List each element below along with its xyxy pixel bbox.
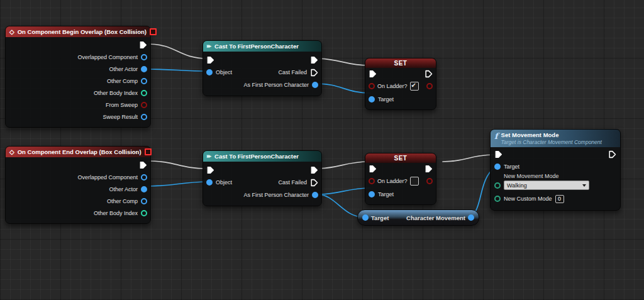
pin-label: Object [216,69,232,75]
node-cast-to-firstpersoncharacter-top[interactable]: ▸▸ Cast To FirstPersonCharacter Object C… [203,40,322,96]
new-custom-mode-pin[interactable] [494,196,501,202]
wire-exec-cast-set-top[interactable] [316,58,369,65]
as-first-person-character-pin[interactable] [312,192,318,198]
target-pin[interactable] [494,164,501,170]
event-delegate-icon[interactable] [150,28,157,35]
wire-asfpc-target-top[interactable] [318,84,370,93]
other-actor-pin[interactable] [141,186,147,192]
function-icon: f [494,132,498,140]
other-actor-pin[interactable] [141,66,147,72]
on-ladder-output-pin[interactable] [426,178,433,184]
on-ladder-input-pin[interactable] [369,83,375,89]
pin-label: On Ladder? [377,83,408,89]
cast-failed-pin[interactable] [310,179,318,187]
node-on-component-begin-overlap[interactable]: ◇ On Component Begin Overlap (Box Collis… [5,26,151,128]
node-header[interactable]: SET [365,58,436,68]
exec-out-pin[interactable] [310,56,318,64]
node-title: On Component End Overlap (Box Collision) [18,148,142,155]
chevron-down-icon [582,184,586,187]
node-set-on-ladder-false[interactable]: SET On Ladder? Target [365,153,436,205]
target-pin[interactable] [362,214,369,221]
pin-label: Other Body Index [94,90,138,96]
pin-label: Other Body Index [94,210,138,216]
wire-exec-beginoverlap-cast[interactable] [148,44,208,58]
node-on-component-end-overlap[interactable]: ◇ On Component End Overlap (Box Collisio… [5,146,151,224]
object-pin[interactable] [206,179,213,186]
exec-in-pin[interactable] [369,165,377,173]
exec-out-pin[interactable] [139,41,147,49]
other-body-index-pin[interactable] [141,90,147,96]
on-ladder-output-pin[interactable] [426,83,433,89]
node-cast-to-firstpersoncharacter-bottom[interactable]: ▸▸ Cast To FirstPersonCharacter Object C… [203,150,322,206]
wire-otheractor-object-bottom[interactable] [148,182,208,186]
character-movement-output-pin[interactable] [468,214,474,221]
new-custom-mode-input[interactable]: 0 [555,195,564,203]
as-first-person-character-pin[interactable] [312,82,318,88]
movement-mode-dropdown[interactable]: Walking [504,181,589,190]
pin-label: As First Person Character [243,82,309,88]
pin-label: Target [378,96,394,103]
other-body-index-pin[interactable] [141,210,147,216]
node-subtitle: Target is Character Movement Component [501,139,602,145]
cast-failed-pin[interactable] [310,69,318,77]
pin-label: Other Comp [107,78,138,84]
overlapped-component-pin[interactable] [141,54,147,60]
target-pin[interactable] [369,96,375,103]
event-delegate-icon[interactable] [145,148,152,155]
pin-label: As First Person Character [243,192,309,198]
wire-exec-endoverlap-cast[interactable] [148,161,208,169]
wire-otheractor-object-top[interactable] [148,69,208,71]
exec-out-pin[interactable] [310,166,318,174]
wire-exec-set-setmovementmode[interactable] [443,155,494,162]
event-icon: ◇ [9,29,14,35]
pin-label: Overlapped Component [77,174,138,181]
pin-label: Object [216,179,232,186]
pin-label: From Sweep [106,102,138,108]
pin-label: New Custom Mode [504,196,552,202]
node-get-character-movement[interactable]: Target Character Movement [357,209,479,226]
node-title: SET [394,60,408,67]
node-header[interactable]: f Set Movement Mode Target is Character … [491,130,620,147]
pin-label: Target [371,214,389,221]
node-header[interactable]: ▸▸ Cast To FirstPersonCharacter [203,41,321,52]
node-set-movement-mode[interactable]: f Set Movement Mode Target is Character … [490,129,621,211]
other-comp-pin[interactable] [141,78,147,84]
exec-in-pin[interactable] [206,56,214,64]
wire-exec-cast-set-bottom[interactable] [316,162,369,169]
overlapped-component-pin[interactable] [141,174,147,181]
exec-in-pin[interactable] [494,150,502,158]
on-ladder-checkbox[interactable] [410,177,419,186]
new-movement-mode-pin[interactable] [494,182,501,189]
sweep-result-pin[interactable] [141,114,147,120]
node-header[interactable]: ◇ On Component Begin Overlap (Box Collis… [6,26,150,37]
node-header[interactable]: ◇ On Component End Overlap (Box Collisio… [6,147,150,157]
exec-in-pin[interactable] [369,70,377,78]
node-title: Cast To FirstPersonCharacter [214,153,299,160]
cast-icon: ▸▸ [207,43,210,49]
node-title: On Component Begin Overlap (Box Collisio… [18,28,147,35]
pin-label: New Movement Mode [504,173,616,180]
pin-label: Other Actor [109,186,138,192]
on-ladder-input-pin[interactable] [369,178,375,184]
exec-out-pin[interactable] [425,165,433,173]
node-set-on-ladder-true[interactable]: SET On Ladder? Target [365,58,436,110]
blueprint-graph-canvas[interactable]: ◇ On Component Begin Overlap (Box Collis… [0,0,644,300]
exec-in-pin[interactable] [206,166,214,174]
wire-asfpc-target-bottom[interactable] [318,188,370,194]
from-sweep-pin[interactable] [141,102,147,108]
object-pin[interactable] [206,69,213,75]
exec-out-pin[interactable] [425,70,433,78]
target-pin[interactable] [369,191,375,197]
pin-label: Target [378,191,394,197]
node-header[interactable]: ▸▸ Cast To FirstPersonCharacter [203,151,321,162]
pin-label: On Ladder? [377,178,408,184]
node-title: Set Movement Mode [501,131,559,138]
on-ladder-checkbox[interactable] [410,82,419,91]
other-comp-pin[interactable] [141,198,147,204]
wire-asfpc-getter-target[interactable] [318,194,363,217]
pin-label: Other Comp [107,198,138,204]
node-header[interactable]: SET [365,153,436,163]
exec-out-pin[interactable] [139,161,147,169]
exec-out-pin[interactable] [608,150,616,158]
pin-label: Overlapped Component [77,54,138,60]
